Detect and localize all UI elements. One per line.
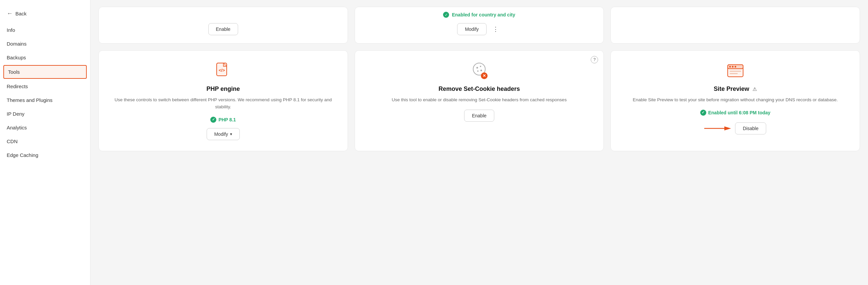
sidebar: ← Back Info Domains Backups Tools Redire… xyxy=(0,0,90,285)
svg-rect-12 xyxy=(730,71,741,72)
remove-cookie-card: ? ✕ Remove S xyxy=(354,50,604,151)
remove-cookie-icon: ✕ xyxy=(470,61,489,80)
site-preview-description: Enable Site Preview to test your site be… xyxy=(633,96,838,104)
svg-point-3 xyxy=(476,67,478,69)
site-preview-disable-row: Disable xyxy=(704,122,766,135)
svg-marker-15 xyxy=(724,126,731,131)
remove-cookie-description: Use this tool to enable or disable remov… xyxy=(392,96,567,104)
php-engine-card: </> PHP engine Use these controls to swi… xyxy=(98,50,348,151)
top-card-right xyxy=(611,7,860,44)
top-middle-status-text: Enabled for country and city xyxy=(452,12,515,18)
top-middle-actions: Modify ⋮ xyxy=(457,23,501,35)
svg-text:</>: </> xyxy=(219,68,225,73)
sidebar-item-redirects[interactable]: Redirects xyxy=(0,80,90,93)
top-partial-row: Enable ✓ Enabled for country and city Mo… xyxy=(98,7,860,44)
back-button[interactable]: ← Back xyxy=(0,7,90,23)
svg-rect-13 xyxy=(730,73,738,74)
top-middle-modify-button[interactable]: Modify xyxy=(457,23,486,35)
site-preview-title-wrap: Site Preview ⚠ xyxy=(714,86,757,92)
cookie-help-icon[interactable]: ? xyxy=(591,56,598,63)
chevron-down-icon: ▾ xyxy=(230,132,232,137)
php-status-check-icon: ✓ xyxy=(210,117,216,123)
back-label: Back xyxy=(16,11,27,17)
site-preview-status: ✓ Enabled until 6:08 PM today xyxy=(700,110,771,116)
status-check-icon: ✓ xyxy=(443,12,449,18)
cookie-x-badge: ✕ xyxy=(481,73,488,79)
svg-point-9 xyxy=(729,66,731,68)
php-engine-description: Use these controls to switch between dif… xyxy=(108,96,338,111)
remove-cookie-title: Remove Set-Cookie headers xyxy=(438,86,520,92)
cookie-enable-button[interactable]: Enable xyxy=(464,110,494,122)
site-preview-card: Site Preview ⚠ Enable Site Preview to te… xyxy=(611,50,860,151)
top-card-left: Enable xyxy=(98,7,348,44)
main-content: Enable ✓ Enabled for country and city Mo… xyxy=(90,0,868,285)
site-preview-check-icon: ✓ xyxy=(700,110,706,116)
php-engine-status: ✓ PHP 8.1 xyxy=(210,117,236,123)
svg-point-11 xyxy=(734,66,736,68)
site-preview-title: Site Preview xyxy=(714,86,749,92)
top-middle-status: ✓ Enabled for country and city xyxy=(443,12,515,18)
site-preview-icon xyxy=(726,61,745,80)
sidebar-item-backups[interactable]: Backups xyxy=(0,51,90,64)
sidebar-item-tools[interactable]: Tools xyxy=(3,65,87,79)
php-engine-title: PHP engine xyxy=(206,86,240,92)
svg-point-6 xyxy=(477,70,478,72)
site-preview-warning-icon: ⚠ xyxy=(752,86,757,92)
top-middle-kebab-button[interactable]: ⋮ xyxy=(490,24,501,34)
sidebar-item-cdn[interactable]: CDN xyxy=(0,135,90,148)
sidebar-item-ip-deny[interactable]: IP Deny xyxy=(0,107,90,121)
sidebar-item-analytics[interactable]: Analytics xyxy=(0,121,90,135)
cards-row: </> PHP engine Use these controls to swi… xyxy=(98,50,860,151)
sidebar-item-edge-caching[interactable]: Edge Caching xyxy=(0,148,90,162)
top-left-enable-button[interactable]: Enable xyxy=(208,23,239,35)
site-preview-disable-button[interactable]: Disable xyxy=(735,122,766,135)
sidebar-item-themes-plugins[interactable]: Themes and Plugins xyxy=(0,93,90,107)
back-arrow-icon: ← xyxy=(7,10,13,17)
sidebar-item-domains[interactable]: Domains xyxy=(0,37,90,51)
red-arrow-icon xyxy=(704,125,731,132)
php-modify-button[interactable]: Modify ▾ xyxy=(207,128,240,140)
svg-point-10 xyxy=(732,66,733,68)
top-card-middle: ✓ Enabled for country and city Modify ⋮ xyxy=(354,7,604,44)
svg-point-4 xyxy=(480,66,481,67)
svg-point-5 xyxy=(480,70,482,72)
sidebar-item-info[interactable]: Info xyxy=(0,23,90,37)
php-engine-icon: </> xyxy=(214,61,232,80)
